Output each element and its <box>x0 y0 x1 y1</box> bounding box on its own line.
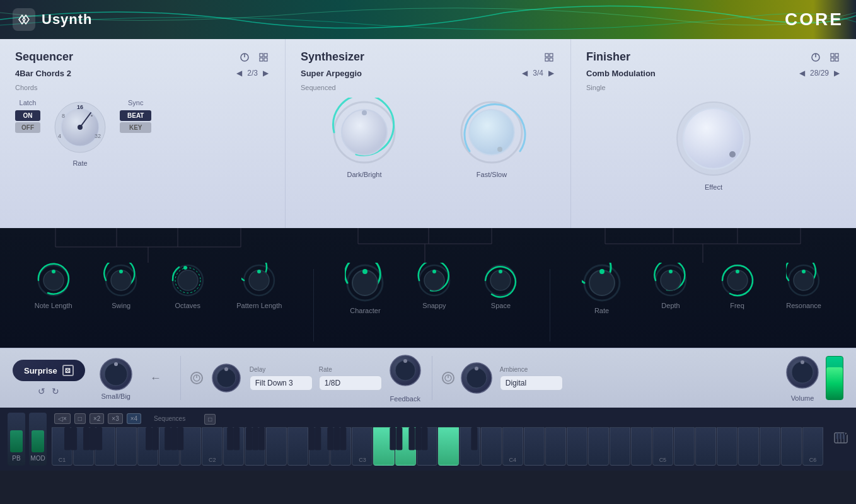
ambience-select[interactable]: Digital Analog Hall <box>500 375 563 391</box>
pb-key[interactable]: PB <box>8 413 25 466</box>
white-key-b4[interactable] <box>631 427 652 466</box>
svg-point-20 <box>342 110 387 155</box>
space-knob[interactable] <box>483 263 518 298</box>
rate-select[interactable]: 1/8D <box>319 375 382 391</box>
white-key-c6[interactable]: C6 <box>802 427 823 466</box>
feedback-knob[interactable] <box>388 353 422 387</box>
finisher-title: Finisher <box>586 50 630 64</box>
volume-bar[interactable] <box>826 356 843 400</box>
power-icon[interactable] <box>238 51 251 64</box>
white-key-c3[interactable]: C3 <box>352 427 373 466</box>
piano-settings-btn[interactable]: ? <box>833 430 848 448</box>
ambience-knob[interactable] <box>460 361 494 395</box>
note-length-knob-wrap: Note Length <box>35 263 72 309</box>
logo-icon <box>13 8 35 31</box>
delay-power-btn[interactable] <box>190 372 203 384</box>
white-key-c5[interactable]: C5 <box>652 427 673 466</box>
white-key-e5[interactable] <box>695 427 716 466</box>
sync-key-btn[interactable]: KEY <box>120 122 151 133</box>
x2-btn[interactable]: ×2 <box>90 413 104 424</box>
synthesizer-preset-count: 3/4 <box>533 69 543 77</box>
synth-grid-icon[interactable] <box>543 51 555 64</box>
white-key-b5[interactable] <box>781 427 802 466</box>
white-key-f4[interactable] <box>567 427 587 466</box>
white-key-d4[interactable] <box>524 427 545 466</box>
white-key-g4[interactable] <box>588 427 609 466</box>
white-key-e1[interactable] <box>95 427 115 466</box>
white-key-c1[interactable]: C1 <box>52 427 72 466</box>
rate-knob[interactable] <box>582 263 622 303</box>
svg-rect-16 <box>550 54 553 57</box>
white-key-d1[interactable] <box>73 427 94 466</box>
sequencer-next-btn[interactable]: ▶ <box>262 67 270 79</box>
prev-octave-btn[interactable]: ◁× <box>54 413 71 424</box>
delay-knob[interactable] <box>211 362 242 394</box>
white-key-a3[interactable] <box>460 427 480 466</box>
redo-button[interactable]: ↻ <box>52 386 59 396</box>
note-length-knob[interactable] <box>36 263 71 298</box>
freq-knob[interactable] <box>720 263 755 298</box>
feedback-group: Feedback <box>388 353 422 403</box>
finisher-power-icon[interactable] <box>809 51 822 64</box>
grid-icon[interactable] <box>257 51 270 64</box>
white-key-e2[interactable] <box>245 427 265 466</box>
sync-beat-btn[interactable]: BEAT <box>120 110 151 121</box>
white-key-g2[interactable] <box>287 427 308 466</box>
pattern-length-knob[interactable] <box>241 263 277 298</box>
white-key-g1[interactable] <box>137 427 158 466</box>
snappy-knob[interactable] <box>417 263 452 298</box>
sequencer-rate-knob[interactable]: 4 8 16 • 32 <box>52 99 108 156</box>
depth-knob[interactable] <box>653 263 688 298</box>
white-key-c2[interactable]: C2 <box>202 427 223 466</box>
sequencer-prev-btn[interactable]: ◀ <box>235 67 243 79</box>
white-key-d2[interactable] <box>223 427 244 466</box>
volume-knob[interactable] <box>784 354 821 391</box>
effect-knob[interactable] <box>673 98 755 180</box>
finisher-grid-icon[interactable] <box>828 51 841 64</box>
synth-prev-btn[interactable]: ◀ <box>521 67 529 79</box>
white-key-f5[interactable] <box>717 427 737 466</box>
x3-btn[interactable]: ×3 <box>108 413 122 424</box>
white-key-c4[interactable]: C4 <box>502 427 523 466</box>
small-big-knob[interactable] <box>98 356 134 392</box>
character-knob[interactable] <box>345 263 385 303</box>
white-key-a4[interactable] <box>610 427 630 466</box>
fast-slow-knob[interactable] <box>457 98 526 167</box>
white-key-g3[interactable] <box>438 427 459 466</box>
delay-select[interactable]: Filt Down 3 Filt Down 3 <box>250 375 313 391</box>
white-key-d3[interactable] <box>373 427 394 466</box>
resonance-knob[interactable] <box>786 263 821 298</box>
white-key-a2[interactable] <box>309 427 330 466</box>
white-key-b3[interactable] <box>481 427 502 466</box>
octaves-knob[interactable] <box>170 263 205 298</box>
sequencer-icons <box>238 51 270 64</box>
white-key-d5[interactable] <box>674 427 695 466</box>
swing-knob[interactable] <box>103 263 139 298</box>
white-key-g5[interactable] <box>738 427 759 466</box>
undo-button[interactable]: ↺ <box>38 386 45 396</box>
white-key-f1[interactable] <box>116 427 137 466</box>
small-seq-btn[interactable]: □ <box>204 414 216 425</box>
mod-key[interactable]: MOD <box>29 413 47 466</box>
white-key-f3[interactable] <box>417 427 437 466</box>
latch-off-btn[interactable]: OFF <box>15 122 40 133</box>
finisher-next-btn[interactable]: ▶ <box>833 67 841 79</box>
note-length-label: Note Length <box>35 302 72 309</box>
synth-next-btn[interactable]: ▶ <box>547 67 555 79</box>
white-key-e4[interactable] <box>545 427 566 466</box>
white-key-a1[interactable] <box>159 427 180 466</box>
piano-keys[interactable]: C1 C2 C3 C4 <box>52 427 823 466</box>
latch-on-btn[interactable]: ON <box>15 110 40 121</box>
character-label: Character <box>350 307 380 314</box>
white-key-e3[interactable] <box>395 427 416 466</box>
ambience-power-btn[interactable] <box>442 372 454 384</box>
surprise-button[interactable]: Surprise ⚄ <box>13 360 85 381</box>
white-key-b1[interactable] <box>180 427 201 466</box>
finisher-prev-btn[interactable]: ◀ <box>798 67 806 79</box>
seq-icon-btn[interactable]: □ <box>74 413 86 424</box>
dark-bright-knob[interactable] <box>330 98 399 167</box>
x4-btn[interactable]: ×4 <box>127 413 141 424</box>
white-key-a5[interactable] <box>760 427 780 466</box>
white-key-b2[interactable] <box>330 427 351 466</box>
white-key-f2[interactable] <box>266 427 287 466</box>
